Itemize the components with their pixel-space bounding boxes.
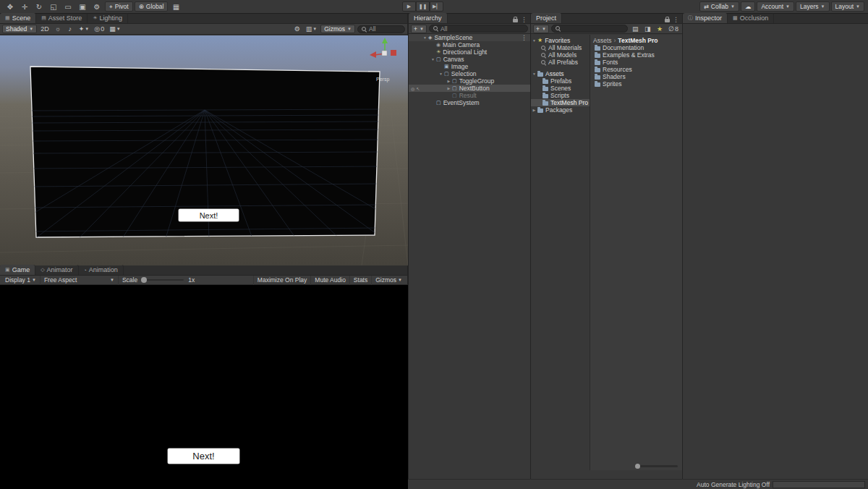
display-dropdown[interactable]: Display 1 ▼ bbox=[1, 276, 41, 285]
play-button[interactable]: ▶ bbox=[402, 1, 416, 12]
tab-lighting[interactable]: ☀ Lighting bbox=[88, 13, 128, 23]
tab-animator[interactable]: ◇ Animator bbox=[35, 265, 78, 275]
packages-root-folder[interactable]: ▶ Packages bbox=[531, 106, 590, 114]
hierarchy-item-selection[interactable]: ▼ ▢ Selection bbox=[409, 70, 530, 77]
eye-icon[interactable]: ◎ bbox=[411, 86, 414, 91]
game-gizmos-dropdown[interactable]: Gizmos ▼ bbox=[372, 276, 406, 285]
tab-asset-store[interactable]: ▤ Asset Store bbox=[36, 13, 88, 23]
grid-snap-icon[interactable]: ▦ bbox=[169, 1, 183, 12]
tab-hierarchy[interactable]: Hierarchy bbox=[409, 13, 448, 23]
hierarchy-item-directional-light[interactable]: ☀ Directional Light bbox=[409, 48, 530, 56]
hierarchy-item-eventsystem[interactable]: ▢ EventSystem bbox=[409, 99, 530, 106]
step-button[interactable]: ▶▏ bbox=[430, 1, 443, 12]
expander-icon[interactable]: ▼ bbox=[531, 72, 537, 76]
game-view[interactable]: Next! bbox=[0, 285, 408, 489]
favorite-all-materials[interactable]: All Materials bbox=[531, 44, 590, 51]
project-search-input[interactable] bbox=[551, 25, 628, 33]
folder-scenes[interactable]: Scenes bbox=[531, 85, 590, 92]
favorites-root[interactable]: ▼ ★ Favorites bbox=[531, 37, 590, 44]
auto-generate-lighting-status[interactable]: Auto Generate Lighting Off bbox=[697, 481, 770, 488]
expander-icon[interactable]: ▼ bbox=[438, 72, 444, 76]
tab-game[interactable]: ▣ Game bbox=[0, 265, 35, 275]
stats-toggle[interactable]: Stats bbox=[350, 276, 372, 285]
folder-prefabs[interactable]: Prefabs bbox=[531, 77, 590, 85]
hierarchy-item-image[interactable]: ▣ Image bbox=[409, 63, 530, 70]
tab-animation[interactable]: ◔ Animation bbox=[79, 265, 124, 275]
asset-item-documentation[interactable]: Documentation bbox=[590, 44, 682, 51]
save-search-star-icon[interactable]: ★ bbox=[655, 25, 665, 33]
thumbnail-size-slider[interactable] bbox=[636, 465, 678, 467]
hierarchy-item-result[interactable]: ▢ Result bbox=[409, 92, 530, 99]
hierarchy-item-togglegroup[interactable]: ▶ ▢ ToggleGroup bbox=[409, 77, 530, 85]
create-object-dropdown[interactable]: +▼ bbox=[411, 25, 427, 33]
2d-toggle[interactable]: 2D bbox=[39, 25, 51, 33]
scene-lighting-icon[interactable]: ☼ bbox=[53, 25, 63, 33]
tab-project[interactable]: Project bbox=[531, 13, 562, 23]
asset-item-examples-extras[interactable]: Examples & Extras bbox=[590, 51, 682, 59]
rotate-tool-icon[interactable]: ↻ bbox=[32, 1, 46, 12]
kebab-menu-icon[interactable]: ⋮ bbox=[673, 16, 679, 23]
slider-knob[interactable] bbox=[635, 464, 640, 469]
create-asset-dropdown[interactable]: +▼ bbox=[533, 25, 549, 33]
scale-slider-knob[interactable] bbox=[141, 277, 147, 283]
pickability-icon[interactable]: ↖ bbox=[416, 86, 420, 91]
expander-icon[interactable]: ▶ bbox=[446, 80, 452, 83]
account-dropdown[interactable]: Account ▼ bbox=[757, 1, 794, 12]
scene-visibility-toggle[interactable]: ◎0 bbox=[93, 25, 106, 33]
aspect-dropdown[interactable]: Free Aspect ▼ bbox=[41, 276, 119, 285]
asset-item-fonts[interactable]: Fonts bbox=[590, 59, 682, 66]
lock-icon[interactable] bbox=[665, 19, 670, 22]
asset-item-resources[interactable]: Resources bbox=[590, 66, 682, 73]
assets-root-folder[interactable]: ▼ Assets bbox=[531, 70, 590, 77]
editor-tools-icon[interactable]: ⚙ bbox=[292, 25, 302, 33]
draw-mode-dropdown[interactable]: Shaded ▼ bbox=[2, 25, 37, 33]
custom-tool-icon[interactable]: ⚙ bbox=[90, 1, 104, 12]
scale-slider[interactable] bbox=[142, 279, 184, 281]
game-next-button[interactable]: Next! bbox=[168, 448, 239, 464]
lock-icon[interactable] bbox=[513, 19, 518, 22]
folder-scripts[interactable]: Scripts bbox=[531, 92, 590, 99]
grid-visibility-dropdown[interactable]: ▦▼ bbox=[108, 25, 122, 33]
scene-search-input[interactable]: All bbox=[357, 25, 405, 33]
gizmos-dropdown[interactable]: Gizmos ▼ bbox=[320, 25, 355, 33]
hierarchy-item-samplescene[interactable]: ▼ ◈ SampleScene ⋮ bbox=[409, 34, 530, 41]
expander-icon[interactable]: ▶ bbox=[446, 87, 452, 90]
kebab-menu-icon[interactable]: ⋮ bbox=[521, 16, 527, 23]
hand-tool-icon[interactable]: ✥ bbox=[3, 1, 17, 12]
breadcrumb-current[interactable]: TextMesh Pro bbox=[618, 37, 658, 44]
asset-item-sprites[interactable]: Sprites bbox=[590, 80, 682, 88]
maximize-on-play-toggle[interactable]: Maximize On Play bbox=[253, 276, 312, 285]
hierarchy-item-canvas[interactable]: ▼ ▢ Canvas bbox=[409, 56, 530, 63]
pause-button[interactable]: ❚❚ bbox=[416, 1, 430, 12]
scene-effects-dropdown[interactable]: ✦▼ bbox=[77, 25, 91, 33]
tab-inspector[interactable]: ⓘ Inspector bbox=[683, 13, 728, 23]
search-by-type-icon[interactable]: ▤ bbox=[630, 25, 640, 33]
pivot-toggle-button[interactable]: ⌖ Pivot bbox=[105, 1, 133, 12]
panel-divider[interactable] bbox=[682, 14, 683, 479]
move-tool-icon[interactable]: ✛ bbox=[17, 1, 32, 12]
transform-tool-icon[interactable]: ▣ bbox=[75, 1, 90, 12]
mute-audio-toggle[interactable]: Mute Audio bbox=[311, 276, 350, 285]
search-by-label-icon[interactable]: ◨ bbox=[642, 25, 652, 33]
expander-icon[interactable]: ▶ bbox=[531, 109, 537, 112]
perspective-label[interactable]: Persp bbox=[376, 77, 389, 82]
hidden-packages-count[interactable]: ∅8 bbox=[667, 25, 680, 33]
component-tools-dropdown[interactable]: ▥▼ bbox=[305, 25, 318, 33]
expander-icon[interactable]: ▼ bbox=[430, 58, 436, 61]
layers-dropdown[interactable]: Layers ▼ bbox=[796, 1, 829, 12]
cloud-button[interactable]: ☁ bbox=[741, 1, 756, 12]
scene-view[interactable]: Persp Next! bbox=[0, 35, 408, 265]
hierarchy-item-nextbutton[interactable]: ◎ ↖ ▶ ▢ NextButton bbox=[409, 85, 530, 92]
scale-tool-icon[interactable]: ◱ bbox=[46, 1, 61, 12]
panel-divider[interactable] bbox=[408, 14, 409, 479]
breadcrumb-assets[interactable]: Assets bbox=[593, 37, 612, 44]
folder-textmesh-pro[interactable]: TextMesh Pro bbox=[531, 99, 590, 106]
expander-icon[interactable]: ▼ bbox=[531, 39, 537, 43]
scene-audio-icon[interactable]: ♪ bbox=[65, 25, 75, 33]
panel-divider[interactable] bbox=[530, 14, 531, 479]
tab-scene[interactable]: ▦ Scene bbox=[0, 13, 36, 23]
hierarchy-item-main-camera[interactable]: ◉ Main Camera bbox=[409, 41, 530, 48]
rect-tool-icon[interactable]: ▭ bbox=[61, 1, 75, 12]
tab-occlusion[interactable]: ▩ Occlusion bbox=[728, 13, 774, 23]
expander-icon[interactable]: ▼ bbox=[422, 36, 428, 40]
